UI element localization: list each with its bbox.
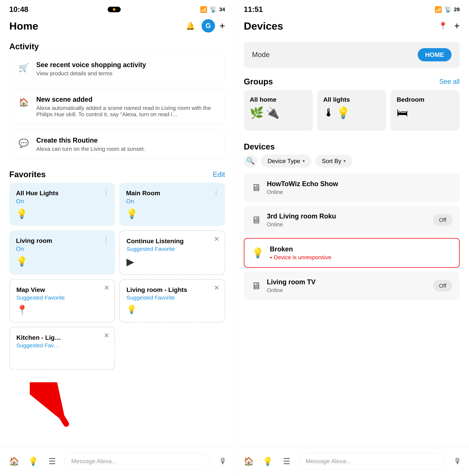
search-button[interactable]: 🔍 bbox=[244, 154, 257, 168]
status-bar-right: 11:51 📶 📡 28 bbox=[234, 0, 469, 17]
avatar-button[interactable]: G bbox=[201, 19, 215, 33]
fav-icon-living-room: 💡 bbox=[16, 256, 108, 267]
fav-suggested-living-lights: Suggested Favorite bbox=[126, 295, 218, 301]
battery-left: 34 bbox=[219, 6, 225, 13]
device-type-label: Device Type bbox=[268, 158, 300, 164]
groups-section-title: Groups bbox=[244, 77, 273, 86]
favorites-header: Favorites Edit bbox=[0, 164, 234, 183]
group-icons-all-home: 🌿 🔌 bbox=[250, 106, 307, 119]
fav-title-main-room: Main Room bbox=[126, 189, 218, 197]
fav-menu-main-room[interactable]: ⋮ bbox=[213, 188, 219, 196]
fav-card-living-lights[interactable]: Living room - Lights Suggested Favorite … bbox=[119, 279, 225, 322]
fav-icon-all-hue: 💡 bbox=[16, 208, 108, 219]
fav-card-main-room[interactable]: Main Room On 💡 ⋮ bbox=[119, 183, 225, 226]
activity-card-scene[interactable]: 🏠 New scene added Alexa automatically ad… bbox=[9, 89, 225, 124]
device-type-filter[interactable]: Device Type ▾ bbox=[261, 155, 312, 167]
bottom-nav-right: 🏠 💡 ☰ Message Alexa... 🎙 bbox=[234, 446, 469, 476]
nav-menu-icon[interactable]: ☰ bbox=[45, 455, 59, 468]
left-screen: 10:48 📶 📡 34 Home 🔔 G + Activity 🛒 See r… bbox=[0, 0, 234, 476]
device-row-echo-show[interactable]: 🖥 HowToWiz Echo Show Online bbox=[244, 173, 460, 202]
device-row-tv[interactable]: 🖥 Living room TV Online Off bbox=[244, 271, 460, 300]
bottom-nav-left: 🏠 💡 ☰ Message Alexa... 🎙 bbox=[0, 446, 234, 476]
device-row-broken[interactable]: 💡 Broken Device is unresponsive bbox=[244, 238, 460, 268]
home-header: Home 🔔 G + bbox=[0, 17, 234, 38]
fav-menu-all-hue[interactable]: ⋮ bbox=[103, 188, 109, 196]
groups-row: All home 🌿 🔌 All lights 🌡 💡 Bedroom 🛏 bbox=[234, 90, 469, 131]
battery-right: 28 bbox=[454, 6, 460, 13]
activity-card-routine[interactable]: 💬 Create this Routine Alexa can turn on … bbox=[9, 130, 225, 159]
favorites-grid: All Hue Lights On 💡 ⋮ Main Room On 💡 ⋮ L… bbox=[0, 183, 234, 370]
fav-title-all-hue: All Hue Lights bbox=[16, 189, 108, 197]
fav-card-all-hue[interactable]: All Hue Lights On 💡 ⋮ bbox=[9, 183, 115, 226]
nav-home-icon[interactable]: 🏠 bbox=[7, 455, 21, 468]
sort-by-filter[interactable]: Sort By ▾ bbox=[315, 155, 352, 167]
broken-status: Device is unresponsive bbox=[270, 254, 452, 261]
mic-icon-right[interactable]: 🎙 bbox=[454, 457, 462, 466]
add-button[interactable]: + bbox=[219, 20, 225, 32]
see-all-link[interactable]: See all bbox=[439, 78, 460, 85]
fav-suggested-kitchen: Suggested Fav… bbox=[16, 342, 108, 349]
fav-card-continue-listening[interactable]: Continue Listening Suggested Favorite ▶ … bbox=[119, 230, 225, 275]
message-alexa-input-left[interactable]: Message Alexa... bbox=[64, 453, 211, 470]
echo-show-status: Online bbox=[267, 189, 452, 195]
fav-menu-living-room[interactable]: ⋮ bbox=[103, 236, 109, 244]
play-icon: ▶ bbox=[126, 256, 218, 268]
roku-toggle[interactable]: Off bbox=[433, 214, 452, 226]
routine-subtitle: Alexa can turn on the Living room at sun… bbox=[36, 146, 145, 152]
shopping-activity-text: See recent voice shopping activity View … bbox=[36, 61, 146, 77]
routine-icon: 💬 bbox=[17, 136, 30, 150]
status-icons-left: 📶 📡 34 bbox=[200, 6, 225, 13]
lights-icon: 💡 bbox=[126, 305, 218, 314]
sort-by-label: Sort By bbox=[322, 158, 341, 164]
location-icon[interactable]: 📍 bbox=[436, 19, 450, 33]
routine-activity-text: Create this Routine Alexa can turn on th… bbox=[36, 136, 145, 152]
nav-home-icon-right[interactable]: 🏠 bbox=[242, 455, 255, 468]
signal-icon-right: 📶 bbox=[435, 6, 442, 13]
mode-badge[interactable]: HOME bbox=[418, 48, 452, 61]
close-kitchen[interactable]: ✕ bbox=[104, 332, 109, 340]
echo-show-name: HowToWiz Echo Show bbox=[267, 180, 452, 188]
mode-bar[interactable]: Mode HOME bbox=[244, 42, 460, 68]
group-icons-bedroom: 🛏 bbox=[397, 106, 454, 119]
group-card-all-home[interactable]: All home 🌿 🔌 bbox=[244, 90, 313, 131]
close-continue[interactable]: ✕ bbox=[214, 235, 219, 243]
tv-status: Online bbox=[267, 287, 427, 294]
add-device-button[interactable]: + bbox=[454, 20, 460, 32]
edit-favorites-link[interactable]: Edit bbox=[213, 170, 225, 179]
nav-devices-icon-right[interactable]: 💡 bbox=[261, 455, 274, 468]
thermostat-icon: 🌡 bbox=[323, 106, 334, 119]
nav-devices-icon[interactable]: 💡 bbox=[26, 455, 40, 468]
map-icon: 📍 bbox=[16, 305, 108, 315]
activity-card-shopping[interactable]: 🛒 See recent voice shopping activity Vie… bbox=[9, 54, 225, 83]
devices-header-icons: 📍 + bbox=[436, 19, 460, 33]
echo-show-icon: 🖥 bbox=[251, 182, 261, 193]
bed-icon: 🛏 bbox=[397, 106, 408, 119]
fav-title-kitchen: Kitchen - Lig… bbox=[16, 334, 108, 341]
fav-suggested-continue: Suggested Favorite bbox=[126, 246, 218, 252]
devices-title: Devices bbox=[244, 20, 283, 32]
mic-icon-left[interactable]: 🎙 bbox=[219, 457, 227, 466]
message-alexa-input-right[interactable]: Message Alexa... bbox=[299, 453, 445, 470]
close-living-lights[interactable]: ✕ bbox=[214, 284, 219, 292]
scene-activity-text: New scene added Alexa automatically adde… bbox=[36, 96, 218, 117]
battery-dot bbox=[113, 8, 116, 11]
right-screen: 11:51 📶 📡 28 Devices 📍 + Mode HOME Group… bbox=[234, 0, 469, 476]
tv-toggle[interactable]: Off bbox=[433, 280, 452, 292]
bell-icon[interactable]: 🔔 bbox=[184, 19, 197, 33]
roku-info: 3rd Living room Roku Online bbox=[267, 212, 427, 228]
close-map[interactable]: ✕ bbox=[104, 284, 109, 292]
fav-card-kitchen[interactable]: Kitchen - Lig… Suggested Fav… ✕ bbox=[9, 327, 115, 370]
device-row-roku[interactable]: 🖥 3rd Living room Roku Online Off bbox=[244, 206, 460, 234]
sort-by-chevron: ▾ bbox=[343, 158, 346, 164]
group-card-all-lights[interactable]: All lights 🌡 💡 bbox=[317, 90, 386, 131]
shopping-subtitle: View product details and terms bbox=[36, 70, 146, 77]
fav-card-living-room[interactable]: Living room On 💡 ⋮ bbox=[9, 230, 115, 275]
signal-icon: 📶 bbox=[200, 6, 207, 13]
fav-card-map-view[interactable]: Map View Suggested Favorite 📍 ✕ bbox=[9, 279, 115, 322]
group-card-bedroom[interactable]: Bedroom 🛏 bbox=[391, 90, 460, 131]
nav-menu-icon-right[interactable]: ☰ bbox=[280, 455, 293, 468]
scene-icon: 🏠 bbox=[17, 96, 30, 109]
svg-line-1 bbox=[45, 390, 66, 424]
broken-info: Broken Device is unresponsive bbox=[270, 245, 452, 261]
fav-status-all-hue: On bbox=[16, 198, 108, 205]
